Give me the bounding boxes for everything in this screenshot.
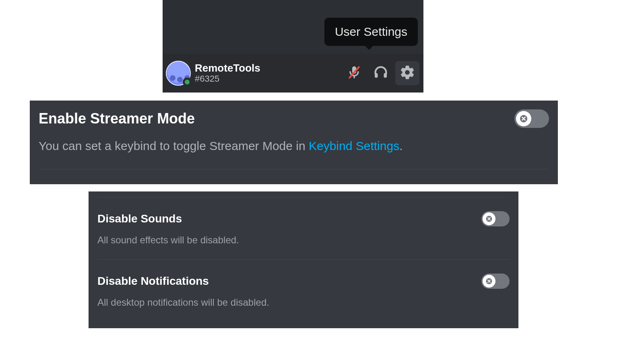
svg-rect-1 xyxy=(375,73,378,78)
streamer-mode-panel: Enable Streamer Mode You can set a keybi… xyxy=(30,101,558,184)
desc-suffix: . xyxy=(399,139,402,152)
disable-sounds-toggle[interactable] xyxy=(481,211,510,226)
status-online-indicator xyxy=(183,78,192,86)
disable-notifications-toggle[interactable] xyxy=(481,274,510,289)
disable-sounds-description: All sound effects will be disabled. xyxy=(97,234,510,246)
disable-sounds-title: Disable Sounds xyxy=(97,212,182,225)
keybind-settings-link[interactable]: Keybind Settings xyxy=(309,139,399,152)
user-settings-button[interactable] xyxy=(395,61,419,85)
user-panel: User Settings RemoteTools #6325 xyxy=(163,0,423,93)
tooltip-text: User Settings xyxy=(335,25,407,38)
streamer-mode-description: You can set a keybind to toggle Streamer… xyxy=(39,139,549,153)
toggle-knob xyxy=(516,111,531,126)
divider xyxy=(39,169,549,169)
disable-notifications-title: Disable Notifications xyxy=(97,275,209,288)
username: RemoteTools xyxy=(195,62,260,74)
desc-prefix: You can set a keybind to toggle Streamer… xyxy=(39,139,309,152)
svg-rect-2 xyxy=(384,73,387,78)
disable-notifications-description: All desktop notifications will be disabl… xyxy=(97,297,510,308)
enable-streamer-mode-title: Enable Streamer Mode xyxy=(39,110,195,127)
streamer-options-panel: Disable Sounds All sound effects will be… xyxy=(89,191,518,328)
mic-muted-icon xyxy=(346,64,362,82)
enable-streamer-mode-toggle[interactable] xyxy=(514,109,549,128)
toggle-knob xyxy=(483,275,495,288)
mute-mic-button[interactable] xyxy=(342,61,366,85)
control-icons xyxy=(342,61,423,85)
user-tag: #6325 xyxy=(195,74,260,84)
gear-icon xyxy=(399,64,415,82)
toggle-knob xyxy=(483,212,495,225)
user-info[interactable]: RemoteTools #6325 xyxy=(195,62,260,84)
avatar[interactable] xyxy=(166,61,191,86)
headphones-icon xyxy=(373,64,389,82)
user-settings-tooltip: User Settings xyxy=(324,18,418,46)
user-bar: RemoteTools #6325 xyxy=(163,54,423,93)
deafen-button[interactable] xyxy=(369,61,393,85)
